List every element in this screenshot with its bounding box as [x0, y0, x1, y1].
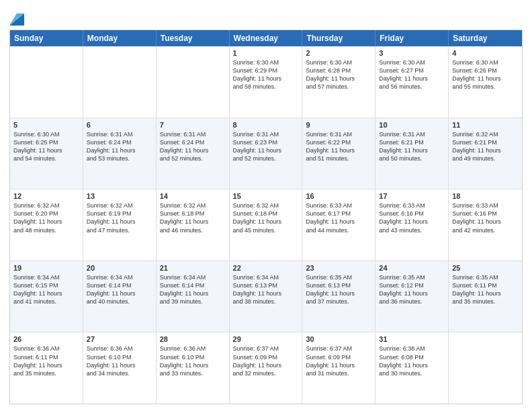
calendar-cell: 22Sunrise: 6:34 AM Sunset: 6:13 PM Dayli…	[230, 261, 303, 332]
day-number: 13	[87, 192, 152, 200]
cell-info: Sunrise: 6:35 AM Sunset: 6:13 PM Dayligh…	[306, 273, 371, 306]
calendar-cell: 15Sunrise: 6:32 AM Sunset: 6:18 PM Dayli…	[230, 189, 303, 261]
day-number: 30	[306, 335, 371, 343]
day-number: 3	[379, 49, 445, 57]
day-number: 4	[452, 49, 519, 57]
page: SundayMondayTuesdayWednesdayThursdayFrid…	[0, 0, 532, 411]
calendar-cell: 4Sunrise: 6:30 AM Sunset: 6:26 PM Daylig…	[449, 46, 522, 118]
cell-info: Sunrise: 6:37 AM Sunset: 6:09 PM Dayligh…	[233, 345, 299, 377]
calendar-body: 1Sunrise: 6:30 AM Sunset: 6:29 PM Daylig…	[10, 46, 522, 404]
day-number: 28	[160, 335, 226, 343]
cell-info: Sunrise: 6:30 AM Sunset: 6:25 PM Dayligh…	[13, 130, 79, 163]
calendar-cell: 12Sunrise: 6:32 AM Sunset: 6:20 PM Dayli…	[10, 189, 83, 261]
day-number: 1	[233, 49, 299, 57]
calendar-header-cell: Friday	[375, 30, 449, 46]
calendar-cell: 25Sunrise: 6:35 AM Sunset: 6:11 PM Dayli…	[449, 261, 522, 332]
cell-info: Sunrise: 6:33 AM Sunset: 6:16 PM Dayligh…	[379, 201, 445, 234]
day-number: 24	[379, 264, 445, 272]
day-number: 16	[306, 192, 371, 200]
cell-info: Sunrise: 6:30 AM Sunset: 6:26 PM Dayligh…	[452, 58, 519, 91]
cell-info: Sunrise: 6:34 AM Sunset: 6:15 PM Dayligh…	[13, 273, 79, 306]
header	[9, 7, 523, 26]
day-number: 7	[160, 121, 226, 129]
calendar-cell: 29Sunrise: 6:37 AM Sunset: 6:09 PM Dayli…	[230, 332, 303, 404]
calendar-cell: 18Sunrise: 6:33 AM Sunset: 6:16 PM Dayli…	[449, 189, 522, 261]
day-number: 8	[233, 121, 299, 129]
day-number: 21	[160, 264, 226, 272]
calendar-cell	[10, 46, 83, 118]
calendar-cell: 16Sunrise: 6:33 AM Sunset: 6:17 PM Dayli…	[302, 189, 375, 261]
calendar-row: 5Sunrise: 6:30 AM Sunset: 6:25 PM Daylig…	[10, 118, 522, 189]
cell-info: Sunrise: 6:32 AM Sunset: 6:18 PM Dayligh…	[160, 201, 226, 234]
calendar-cell: 2Sunrise: 6:30 AM Sunset: 6:28 PM Daylig…	[302, 46, 375, 118]
day-number: 19	[13, 264, 79, 272]
cell-info: Sunrise: 6:34 AM Sunset: 6:14 PM Dayligh…	[87, 273, 152, 306]
cell-info: Sunrise: 6:30 AM Sunset: 6:28 PM Dayligh…	[306, 58, 371, 91]
calendar: SundayMondayTuesdayWednesdayThursdayFrid…	[9, 30, 523, 404]
day-number: 12	[13, 192, 79, 200]
calendar-row: 12Sunrise: 6:32 AM Sunset: 6:20 PM Dayli…	[10, 189, 522, 261]
day-number: 25	[452, 264, 519, 272]
cell-info: Sunrise: 6:31 AM Sunset: 6:21 PM Dayligh…	[379, 130, 445, 163]
day-number: 9	[306, 121, 371, 129]
day-number: 5	[13, 121, 79, 129]
day-number: 31	[379, 335, 445, 343]
day-number: 18	[452, 192, 519, 200]
calendar-cell: 27Sunrise: 6:36 AM Sunset: 6:10 PM Dayli…	[83, 332, 157, 404]
calendar-cell: 21Sunrise: 6:34 AM Sunset: 6:14 PM Dayli…	[157, 261, 230, 332]
calendar-cell: 5Sunrise: 6:30 AM Sunset: 6:25 PM Daylig…	[10, 118, 83, 189]
cell-info: Sunrise: 6:37 AM Sunset: 6:09 PM Dayligh…	[306, 345, 371, 377]
calendar-header-cell: Saturday	[449, 30, 522, 46]
calendar-row: 19Sunrise: 6:34 AM Sunset: 6:15 PM Dayli…	[10, 261, 522, 332]
day-number: 26	[13, 335, 79, 343]
calendar-cell: 30Sunrise: 6:37 AM Sunset: 6:09 PM Dayli…	[302, 332, 375, 404]
calendar-cell: 20Sunrise: 6:34 AM Sunset: 6:14 PM Dayli…	[83, 261, 157, 332]
day-number: 15	[233, 192, 299, 200]
calendar-cell: 7Sunrise: 6:31 AM Sunset: 6:24 PM Daylig…	[157, 118, 230, 189]
day-number: 2	[306, 49, 371, 57]
cell-info: Sunrise: 6:33 AM Sunset: 6:16 PM Dayligh…	[452, 201, 519, 234]
calendar-cell: 28Sunrise: 6:36 AM Sunset: 6:10 PM Dayli…	[157, 332, 230, 404]
cell-info: Sunrise: 6:36 AM Sunset: 6:10 PM Dayligh…	[87, 345, 152, 377]
day-number: 17	[379, 192, 445, 200]
calendar-cell: 17Sunrise: 6:33 AM Sunset: 6:16 PM Dayli…	[375, 189, 449, 261]
cell-info: Sunrise: 6:32 AM Sunset: 6:18 PM Dayligh…	[233, 201, 299, 234]
calendar-cell: 31Sunrise: 6:38 AM Sunset: 6:08 PM Dayli…	[375, 332, 449, 404]
day-number: 23	[306, 264, 371, 272]
cell-info: Sunrise: 6:33 AM Sunset: 6:17 PM Dayligh…	[306, 201, 371, 234]
cell-info: Sunrise: 6:35 AM Sunset: 6:11 PM Dayligh…	[452, 273, 519, 306]
calendar-cell: 13Sunrise: 6:32 AM Sunset: 6:19 PM Dayli…	[83, 189, 157, 261]
calendar-header-cell: Tuesday	[157, 30, 230, 46]
cell-info: Sunrise: 6:34 AM Sunset: 6:14 PM Dayligh…	[160, 273, 226, 306]
cell-info: Sunrise: 6:30 AM Sunset: 6:29 PM Dayligh…	[233, 58, 299, 91]
cell-info: Sunrise: 6:36 AM Sunset: 6:10 PM Dayligh…	[160, 345, 226, 377]
calendar-cell: 3Sunrise: 6:30 AM Sunset: 6:27 PM Daylig…	[375, 46, 449, 118]
cell-info: Sunrise: 6:32 AM Sunset: 6:21 PM Dayligh…	[452, 130, 519, 163]
logo-area	[9, 7, 27, 26]
logo-icon	[9, 7, 24, 26]
day-number: 29	[233, 335, 299, 343]
calendar-cell: 1Sunrise: 6:30 AM Sunset: 6:29 PM Daylig…	[230, 46, 303, 118]
calendar-header-cell: Sunday	[10, 30, 83, 46]
cell-info: Sunrise: 6:31 AM Sunset: 6:23 PM Dayligh…	[233, 130, 299, 163]
day-number: 22	[233, 264, 299, 272]
calendar-cell: 8Sunrise: 6:31 AM Sunset: 6:23 PM Daylig…	[230, 118, 303, 189]
cell-info: Sunrise: 6:34 AM Sunset: 6:13 PM Dayligh…	[233, 273, 299, 306]
cell-info: Sunrise: 6:30 AM Sunset: 6:27 PM Dayligh…	[379, 58, 445, 91]
calendar-cell: 19Sunrise: 6:34 AM Sunset: 6:15 PM Dayli…	[10, 261, 83, 332]
day-number: 20	[87, 264, 152, 272]
calendar-cell: 26Sunrise: 6:36 AM Sunset: 6:11 PM Dayli…	[10, 332, 83, 404]
cell-info: Sunrise: 6:31 AM Sunset: 6:24 PM Dayligh…	[87, 130, 152, 163]
calendar-row: 1Sunrise: 6:30 AM Sunset: 6:29 PM Daylig…	[10, 46, 522, 118]
cell-info: Sunrise: 6:38 AM Sunset: 6:08 PM Dayligh…	[379, 345, 445, 377]
day-number: 11	[452, 121, 519, 129]
calendar-header-cell: Thursday	[302, 30, 375, 46]
day-number: 27	[87, 335, 152, 343]
cell-info: Sunrise: 6:32 AM Sunset: 6:19 PM Dayligh…	[87, 201, 152, 234]
calendar-cell	[157, 46, 230, 118]
day-number: 10	[379, 121, 445, 129]
cell-info: Sunrise: 6:31 AM Sunset: 6:22 PM Dayligh…	[306, 130, 371, 163]
calendar-header-cell: Wednesday	[230, 30, 303, 46]
calendar-header-cell: Monday	[83, 30, 157, 46]
calendar-row: 26Sunrise: 6:36 AM Sunset: 6:11 PM Dayli…	[10, 332, 522, 404]
